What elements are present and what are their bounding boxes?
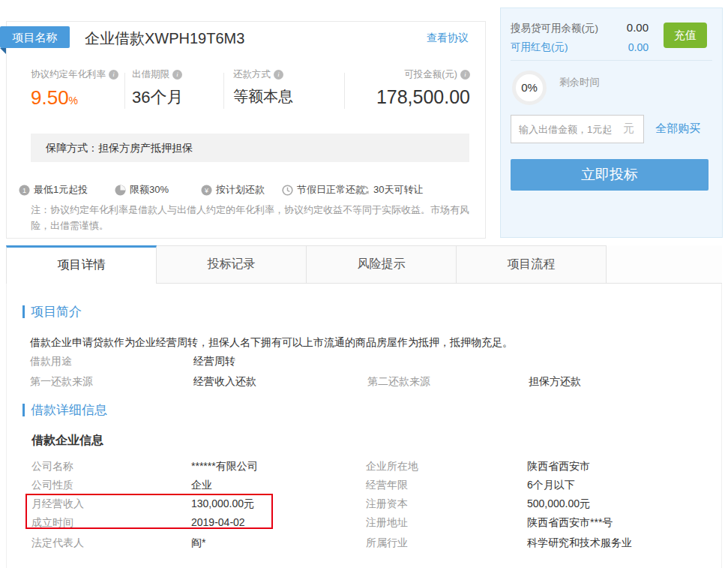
balance-label: 搜易贷可用余额(元)	[511, 22, 598, 35]
feature-holiday-repay: 节假日正常还款	[282, 183, 365, 197]
feature-label: 30天可转让	[373, 183, 423, 197]
stats-row: 协议约定年化利率i 9.50% 出借期限i 36个月 还款方式i 等额本息 可投…	[7, 68, 485, 112]
transfer-refresh-icon	[358, 185, 370, 196]
features-row: 1 最低1元起投 限额30% ¥ 按计划还款 节假日正常还款 30天可转让	[7, 183, 485, 198]
plan-repay-icon: ¥	[201, 185, 212, 196]
company-name-label: 公司名称	[31, 460, 73, 473]
section-heading-text: 借款详细信息	[31, 401, 107, 419]
detail-content: 项目简介 借款企业申请贷款作为企业经营周转，担保人名下拥有可以上市流通的商品房屋…	[6, 284, 722, 568]
tab-risk-notice[interactable]: 风险提示	[307, 245, 457, 284]
buy-all-link[interactable]: 全部购买	[655, 122, 700, 136]
remaining-time-label: 剩余时间	[559, 76, 600, 89]
repay2-value: 担保方还款	[529, 375, 581, 389]
project-name-badge: 项目名称	[0, 26, 70, 48]
project-detail-page: 项目名称 企业借款XWPH19T6M3 查看协议 协议约定年化利率i 9.50%…	[0, 0, 728, 568]
operating-years-value: 6个月以下	[527, 479, 575, 492]
tab-project-detail[interactable]: 项目详情	[6, 245, 157, 284]
tab-bar: 项目详情 投标记录 风险提示 项目流程	[6, 245, 722, 284]
monthly-income-label: 月经营收入	[31, 497, 84, 511]
stat-rate-value: 9.50	[31, 86, 69, 109]
section-detail-heading: 借款详细信息	[22, 401, 107, 419]
feature-label: 节假日正常还款	[297, 183, 365, 197]
bid-now-button[interactable]: 立即投标	[511, 159, 709, 191]
company-type-label: 公司性质	[31, 479, 73, 492]
monthly-income-value: 130,000.00元	[191, 497, 254, 511]
stat-rate-label: 协议约定年化利率	[31, 68, 106, 81]
stat-amount: 可投金额(元)i 178,500.00	[376, 68, 470, 108]
feature-min-invest: 1 最低1元起投	[19, 183, 88, 197]
invest-panel: 搜易贷可用余额(元) 0.00 充值 可用红包(元) 0.00 0% 剩余时间 …	[500, 8, 723, 238]
stat-method-label: 还款方式	[233, 68, 271, 81]
recharge-button[interactable]: 充值	[664, 23, 707, 48]
company-name-value: ******有限公司	[191, 460, 258, 473]
registered-address-label: 注册地址	[366, 516, 408, 530]
registered-capital-label: 注册资本	[366, 497, 408, 511]
feature-label: 最低1元起投	[34, 183, 88, 197]
project-title: 企业借款XWPH19T6M3	[85, 29, 244, 49]
registered-capital-value: 500,000.00元	[527, 497, 590, 511]
guarantee-bar: 保障方式：担保方房产抵押担保	[31, 134, 469, 162]
quota-pie-icon	[115, 185, 126, 196]
info-icon[interactable]: i	[274, 70, 283, 80]
tab-filler	[607, 245, 722, 284]
feature-label: 按计划还款	[216, 183, 265, 197]
founded-date-label: 成立时间	[31, 516, 73, 530]
purpose-value: 经营周转	[193, 355, 235, 368]
amount-unit: 元	[623, 122, 634, 136]
feature-quota: 限额30%	[115, 183, 169, 197]
tab-bid-records[interactable]: 投标记录	[157, 245, 307, 284]
project-summary-card: 项目名称 企业借款XWPH19T6M3 查看协议 协议约定年化利率i 9.50%…	[6, 21, 486, 239]
section-intro-heading: 项目简介	[22, 303, 82, 320]
svg-text:¥: ¥	[204, 187, 209, 194]
risk-note: 注：协议约定年化利率是借款人与出借人约定的年化利率，协议约定收益不等同于实际收益…	[31, 202, 479, 233]
stat-term: 出借期限i 36个月	[132, 68, 183, 109]
company-type-value: 企业	[191, 479, 212, 492]
stat-method: 还款方式i 等额本息	[233, 68, 293, 107]
company-location-value: 陕西省西安市	[527, 460, 590, 473]
stat-divider	[344, 73, 345, 109]
stat-method-value: 等额本息	[233, 86, 293, 107]
legal-rep-label: 法定代表人	[31, 536, 84, 550]
svg-text:1: 1	[22, 187, 26, 194]
stat-rate: 协议约定年化利率i 9.50%	[31, 68, 118, 110]
operating-years-label: 经营年限	[366, 479, 408, 492]
panel-divider	[511, 60, 712, 61]
stat-divider	[124, 73, 125, 109]
tab-project-flow[interactable]: 项目流程	[457, 245, 607, 284]
intro-text: 借款企业申请贷款作为企业经营周转，担保人名下拥有可以上市流通的商品房屋作为抵押，…	[30, 336, 513, 350]
feature-plan-repay: ¥ 按计划还款	[201, 183, 265, 197]
view-agreement-link[interactable]: 查看协议	[427, 32, 469, 45]
min-invest-icon: 1	[19, 185, 30, 196]
purpose-label: 借款用途	[30, 355, 72, 368]
info-icon[interactable]: i	[109, 70, 118, 80]
feature-label: 限额30%	[130, 183, 169, 197]
holiday-clock-icon	[282, 185, 293, 196]
info-icon[interactable]: i	[172, 70, 182, 80]
redpacket-value: 0.00	[628, 41, 649, 53]
stat-term-label: 出借期限	[132, 68, 169, 81]
company-location-label: 企业所在地	[366, 460, 418, 473]
feature-transfer: 30天可转让	[358, 183, 423, 197]
redpacket-label[interactable]: 可用红包(元)	[511, 41, 568, 54]
stat-amount-value: 178,500.00	[376, 86, 470, 108]
legal-rep-value: 阎*	[191, 536, 205, 550]
stat-rate-suffix: %	[69, 95, 78, 107]
stat-term-value: 36个月	[132, 86, 183, 109]
stat-divider	[223, 73, 224, 109]
founded-date-value: 2019-04-02	[191, 516, 245, 528]
progress-circle: 0%	[512, 71, 547, 105]
balance-value: 0.00	[627, 21, 649, 34]
repay2-label: 第二还款来源	[367, 375, 430, 389]
company-info-heading: 借款企业信息	[31, 433, 103, 449]
section-heading-text: 项目简介	[31, 303, 82, 320]
stat-amount-label: 可投金额(元)	[404, 68, 457, 81]
industry-label: 所属行业	[366, 536, 408, 550]
info-icon[interactable]: i	[460, 70, 470, 80]
registered-address-value: 陕西省西安市***号	[527, 516, 613, 530]
repay1-label: 第一还款来源	[30, 375, 93, 389]
industry-value: 科学研究和技术服务业	[527, 536, 632, 550]
repay1-value: 经营收入还款	[193, 375, 256, 389]
